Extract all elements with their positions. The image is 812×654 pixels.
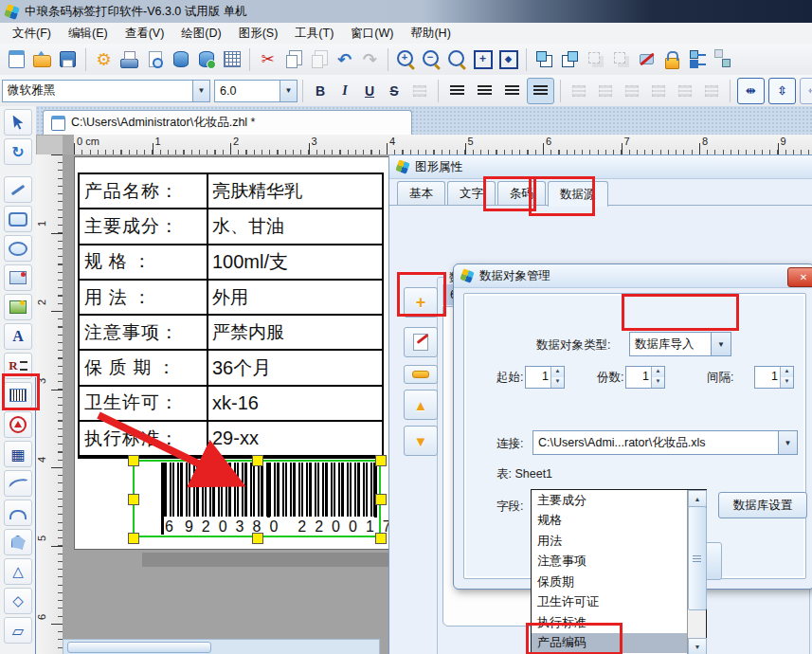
strikethrough-button[interactable]: S [383, 80, 406, 102]
edit-data-object-button[interactable] [404, 327, 438, 357]
undo-icon[interactable] [333, 47, 356, 72]
grid-icon[interactable] [220, 47, 244, 72]
chevron-down-icon[interactable]: ▼ [192, 81, 209, 101]
connection-select[interactable]: C:\Users\Admi...rator\化妆品.xls ▼ [532, 430, 798, 455]
barcode-tool[interactable] [4, 382, 32, 409]
subscript-icon[interactable] [407, 79, 432, 103]
settings-gear-icon[interactable] [92, 47, 116, 72]
scrollbar-thumb[interactable] [67, 642, 211, 653]
spin-up-icon[interactable]: ▲ [652, 367, 664, 377]
center-in-label-h-button[interactable]: ⇹ [737, 78, 765, 104]
menu-item[interactable]: 编辑(E) [60, 24, 117, 44]
zoom-in-icon[interactable] [394, 47, 418, 72]
center-in-label-v-button[interactable]: ⇳ [768, 78, 796, 104]
selection-outline[interactable] [133, 460, 381, 537]
move-up-button[interactable]: ▲ [404, 390, 438, 420]
spin-down-icon[interactable]: ▼ [781, 377, 793, 388]
spin-down-icon[interactable]: ▼ [551, 377, 564, 388]
selection-handle[interactable] [375, 494, 387, 505]
table-row[interactable]: 卫生许可： xk-16 [80, 387, 382, 422]
distribute-options-icon[interactable] [712, 47, 735, 72]
table-row[interactable]: 产品名称： 亮肤精华乳 [80, 174, 382, 209]
save-icon[interactable] [56, 47, 80, 72]
arc-tool[interactable] [4, 500, 32, 526]
properties-tab[interactable]: 基本 [397, 181, 445, 205]
align-justify-button[interactable] [527, 78, 554, 104]
menu-item[interactable]: 帮助(H) [402, 24, 459, 44]
field-dropdown-item[interactable]: 主要成分 [532, 490, 687, 511]
properties-tab[interactable]: 文字 [447, 181, 496, 205]
spin-up-icon[interactable]: ▲ [781, 367, 793, 377]
rounded-rect-tool[interactable] [4, 206, 32, 232]
field-dropdown-item[interactable]: 卫生许可证 [532, 592, 687, 613]
database-check-icon[interactable] [194, 47, 218, 72]
bold-button[interactable]: B [309, 80, 332, 102]
zoom-select-icon[interactable] [445, 47, 469, 72]
group-icon[interactable] [584, 47, 607, 72]
field-dropdown-item[interactable]: 规格 [532, 511, 687, 532]
menu-item[interactable]: 文件(F) [4, 24, 60, 44]
horizontal-scrollbar[interactable] [63, 639, 380, 654]
scroll-down-icon[interactable]: ▼ [688, 638, 707, 654]
menu-item[interactable]: 绘图(D) [172, 24, 229, 44]
spin-down-icon[interactable]: ▼ [652, 377, 664, 388]
selection-handle[interactable] [375, 533, 387, 544]
menu-item[interactable]: 查看(V) [117, 24, 173, 44]
print-icon[interactable] [117, 47, 141, 72]
send-to-back-icon[interactable] [558, 47, 582, 72]
fit-page-icon[interactable] [471, 47, 495, 72]
start-spinner[interactable]: 1 ▲▼ [525, 366, 565, 389]
move-down-button[interactable]: ▼ [404, 426, 438, 456]
field-dropdown-item[interactable]: 产品编码 [532, 633, 687, 654]
lock-object-icon[interactable] [660, 47, 684, 72]
properties-tab[interactable]: 条码 [497, 181, 546, 205]
underline-button[interactable]: U [358, 80, 381, 102]
selection-handle[interactable] [252, 533, 263, 544]
fit-screen-icon[interactable] [496, 47, 520, 72]
pointer-tool[interactable] [4, 109, 32, 136]
field-dropdown-item[interactable]: 保质期 [532, 572, 687, 592]
redo-icon[interactable] [358, 47, 382, 72]
add-data-object-button[interactable]: + [404, 287, 438, 318]
picture-tool[interactable] [4, 294, 32, 320]
dialog-title-bar[interactable]: 图形属性 [389, 155, 812, 179]
interval-spinner[interactable]: 1 ▲▼ [754, 366, 794, 389]
diamond-tool[interactable] [4, 588, 32, 614]
table-row[interactable]: 保 质 期 ： 36个月 [80, 351, 382, 386]
rotate-tool[interactable] [4, 138, 32, 165]
dropdown-scrollbar[interactable]: ▲ ▼ [687, 490, 706, 654]
table-row[interactable]: 用 法 ： 外用 [80, 281, 382, 316]
menu-item[interactable]: 窗口(W) [342, 24, 402, 44]
new-document-icon[interactable] [5, 47, 28, 72]
close-button[interactable]: ✕ [787, 267, 812, 287]
image-tool[interactable] [4, 264, 32, 291]
scroll-up-icon[interactable]: ▲ [688, 490, 707, 507]
properties-tab[interactable]: 数据源 [548, 181, 608, 207]
ellipse-tool[interactable] [4, 235, 32, 262]
align-options-icon[interactable] [686, 47, 710, 72]
type-select-arrow[interactable]: ▼ [711, 332, 731, 356]
rich-text-tool[interactable] [4, 353, 32, 379]
label-table[interactable]: 产品名称： 亮肤精华乳 主要成分： 水、甘油 规 格 ： 100ml/支 用 法… [78, 173, 384, 459]
shape-circle-tool[interactable] [4, 411, 32, 438]
database-icon[interactable] [169, 47, 192, 72]
cut-icon[interactable] [256, 47, 280, 72]
align-center-button[interactable] [472, 79, 497, 103]
distribute-h-button[interactable]: ⇿ [800, 78, 812, 104]
selection-handle[interactable] [128, 455, 139, 466]
menu-item[interactable]: 工具(T) [286, 24, 342, 44]
type-select[interactable]: 数据库导入 [629, 332, 713, 356]
menu-item[interactable]: 图形(S) [230, 24, 287, 44]
line-tool[interactable] [4, 176, 32, 203]
scrollbar-thumb[interactable] [688, 506, 707, 610]
qrcode-tool[interactable] [4, 441, 32, 467]
table-row[interactable]: 注意事项： 严禁内服 [80, 316, 382, 351]
zoom-out-icon[interactable] [420, 47, 443, 72]
database-settings-button[interactable]: 数据库设置 [718, 492, 807, 518]
document-tab[interactable]: C:\Users\Administrator\化妆品.zhl * [43, 110, 412, 135]
copies-spinner[interactable]: 1 ▲▼ [625, 366, 665, 389]
selection-handle[interactable] [252, 455, 263, 466]
parallelogram-tool[interactable] [4, 617, 32, 644]
font-family-select[interactable]: 微软雅黑 ▼ [2, 80, 210, 102]
bring-to-front-icon[interactable] [532, 47, 556, 72]
